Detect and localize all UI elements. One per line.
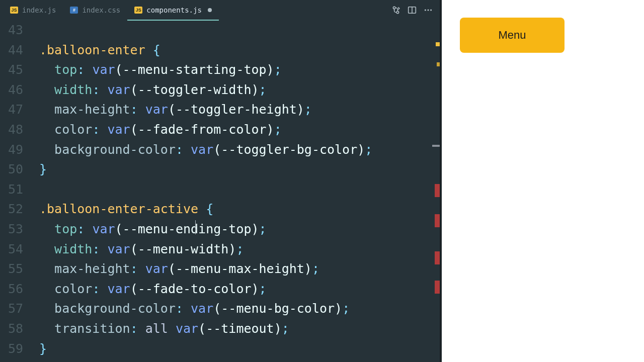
code-editor[interactable]: 434445464748495051525354555657585960 .ba… — [0, 20, 442, 362]
unsaved-dot-icon — [208, 8, 212, 12]
tab-components-js[interactable]: JS components.js — [127, 0, 219, 20]
ruler-error-marker — [435, 251, 440, 264]
svg-point-6 — [430, 9, 432, 11]
svg-point-5 — [427, 9, 429, 11]
ruler-error-marker — [435, 184, 440, 197]
svg-point-0 — [393, 7, 395, 9]
menu-toggle-button[interactable]: Menu — [460, 18, 565, 53]
split-editor-icon[interactable] — [408, 6, 417, 15]
tab-label: components.js — [146, 6, 202, 14]
tab-label: index.js — [22, 6, 56, 14]
js-icon: JS — [134, 7, 142, 14]
svg-point-1 — [396, 11, 399, 14]
ruler-cursor-marker — [432, 145, 440, 147]
app-preview-pane: Menu — [442, 0, 644, 362]
compare-changes-icon[interactable] — [391, 6, 400, 15]
tab-bar: JS index.js # index.css JS components.js — [0, 0, 442, 20]
ruler-warning-marker — [436, 42, 440, 46]
code-lines[interactable]: .balloon-enter { top: var(--menu-startin… — [39, 20, 428, 362]
ruler-error-marker — [435, 214, 440, 227]
line-number-gutter: 434445464748495051525354555657585960 — [0, 20, 29, 362]
overview-ruler[interactable] — [433, 20, 440, 362]
tabbar-actions — [391, 6, 442, 15]
tab-label: index.css — [82, 6, 120, 14]
text-caret — [195, 220, 196, 234]
css-icon: # — [70, 7, 78, 14]
ruler-error-marker — [435, 281, 440, 294]
editor-pane: JS index.js # index.css JS components.js — [0, 0, 442, 362]
js-icon: JS — [10, 7, 18, 14]
more-actions-icon[interactable] — [424, 6, 433, 15]
tab-index-js[interactable]: JS index.js — [3, 0, 63, 20]
tab-index-css[interactable]: # index.css — [63, 0, 127, 20]
svg-point-4 — [425, 9, 426, 11]
